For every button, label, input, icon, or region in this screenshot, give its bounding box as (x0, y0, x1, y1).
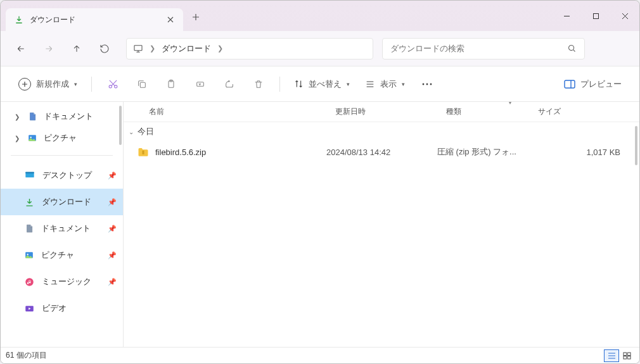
chevron-right-icon[interactable]: ❯ (150, 44, 155, 53)
quick-label: ビデオ (42, 303, 67, 314)
up-button[interactable] (64, 37, 89, 60)
quick-documents[interactable]: ドキュメント 📌 (1, 215, 123, 242)
svg-point-4 (114, 85, 117, 88)
maximize-button[interactable] (581, 3, 610, 28)
pin-icon: 📌 (108, 225, 117, 233)
breadcrumb-seg[interactable]: ダウンロード (162, 43, 211, 54)
file-row[interactable]: filebird.5.6.zip 2024/08/13 14:42 圧縮 (zi… (124, 141, 639, 163)
chevron-down-icon: ▾ (347, 81, 350, 87)
new-label: 新規作成 (36, 78, 69, 90)
download-icon (25, 198, 34, 207)
details-view-button[interactable] (604, 349, 619, 362)
cut-button[interactable] (99, 73, 126, 96)
more-button[interactable] (414, 73, 440, 96)
back-button[interactable] (8, 37, 34, 60)
sidebar: ❯ ドキュメント ❯ ピクチャ デスクトップ 📌 ダウンロード 📌 ドキュメント… (1, 102, 124, 347)
status-bar: 61 個の項目 (1, 347, 639, 363)
sidebar-scrollbar[interactable] (119, 106, 122, 145)
quick-downloads[interactable]: ダウンロード 📌 (1, 189, 123, 215)
view-label: 表示 (380, 78, 397, 90)
download-icon (15, 15, 23, 24)
copy-button[interactable] (129, 73, 155, 96)
pictures-icon (25, 251, 34, 260)
new-tab-button[interactable] (183, 13, 208, 21)
tree-label: ピクチャ (44, 133, 77, 144)
chevron-down-icon: ▾ (74, 81, 77, 87)
pin-icon: 📌 (108, 172, 117, 180)
svg-point-14 (30, 137, 32, 138)
plus-circle-icon (18, 78, 31, 91)
delete-button[interactable] (245, 73, 272, 96)
sort-button[interactable]: 並べ替え ▾ (288, 73, 356, 96)
separator (11, 155, 113, 156)
svg-rect-24 (624, 356, 627, 359)
forward-button[interactable] (36, 37, 61, 60)
column-headers: 名前 更新日時 ▾ 種類 サイズ (124, 102, 639, 122)
svg-rect-1 (134, 45, 142, 50)
group-label: 今日 (138, 127, 154, 137)
separator (279, 77, 280, 92)
preview-label: プレビュー (580, 78, 622, 90)
svg-point-10 (426, 83, 428, 85)
main-scrollbar[interactable] (635, 126, 637, 165)
tab-close-button[interactable] (164, 13, 177, 26)
col-date[interactable]: 更新日時 (326, 106, 437, 117)
quick-music[interactable]: ミュージック 📌 (1, 268, 123, 295)
quick-label: ミュージック (42, 277, 91, 287)
chevron-right-icon: ❯ (15, 113, 21, 120)
tab[interactable]: ダウンロード (6, 8, 183, 31)
search-icon[interactable] (567, 44, 577, 53)
new-button[interactable]: 新規作成 ▾ (12, 73, 84, 96)
sort-icon (294, 79, 304, 89)
col-size[interactable]: サイズ (529, 106, 639, 117)
chevron-right-icon[interactable]: ❯ (217, 44, 223, 53)
col-type[interactable]: 種類 (437, 106, 529, 117)
chevron-down-icon: ⌄ (129, 129, 134, 135)
pin-icon: 📌 (108, 198, 117, 206)
zip-folder-icon (138, 147, 149, 157)
toolbar: 新規作成 ▾ 並べ替え ▾ 表示 ▾ プレビュー (1, 66, 639, 102)
document-icon (27, 112, 37, 121)
file-type: 圧縮 (zip 形式) フォ... (437, 146, 529, 158)
thumbnails-view-button[interactable] (619, 349, 634, 362)
refresh-button[interactable] (92, 37, 117, 60)
col-name[interactable]: 名前 (124, 106, 326, 117)
quick-desktop[interactable]: デスクトップ 📌 (1, 162, 123, 189)
search-box[interactable] (382, 38, 585, 60)
search-input[interactable] (390, 44, 567, 53)
desktop-icon (25, 170, 35, 180)
tree-item-pictures[interactable]: ❯ ピクチャ (1, 127, 123, 149)
view-button[interactable]: 表示 ▾ (359, 73, 411, 96)
quick-label: ダウンロード (42, 197, 91, 208)
main-area: 名前 更新日時 ▾ 種類 サイズ ⌄ 今日 filebird.5.6.zip 2… (124, 102, 639, 347)
chevron-right-icon: ❯ (15, 135, 21, 142)
svg-rect-23 (627, 353, 630, 356)
svg-rect-5 (140, 82, 145, 87)
minimize-button[interactable] (552, 3, 581, 28)
share-button[interactable] (216, 73, 243, 96)
quick-pictures[interactable]: ピクチャ 📌 (1, 242, 123, 268)
rename-button[interactable] (187, 73, 214, 96)
close-button[interactable] (610, 3, 639, 28)
sort-indicator-icon: ▾ (509, 102, 511, 106)
body: ❯ ドキュメント ❯ ピクチャ デスクトップ 📌 ダウンロード 📌 ドキュメント… (1, 102, 639, 347)
group-header[interactable]: ⌄ 今日 (124, 122, 639, 141)
quick-label: ドキュメント (41, 223, 91, 234)
music-icon (25, 277, 34, 287)
svg-point-18 (27, 254, 29, 255)
svg-rect-25 (627, 356, 630, 359)
pictures-icon (27, 134, 37, 142)
preview-button[interactable]: プレビュー (558, 73, 628, 96)
quick-label: デスクトップ (42, 170, 92, 181)
quick-video[interactable]: ビデオ (1, 295, 123, 322)
file-name: filebird.5.6.zip (155, 147, 206, 157)
preview-pane-icon (564, 80, 575, 89)
svg-point-3 (109, 85, 112, 88)
titlebar: ダウンロード (1, 1, 639, 31)
svg-rect-12 (565, 80, 575, 88)
video-icon (25, 304, 34, 313)
paste-button[interactable] (158, 73, 184, 96)
address-bar[interactable]: ❯ ダウンロード ❯ (126, 38, 373, 60)
window-controls (552, 3, 639, 28)
tree-item-documents[interactable]: ❯ ドキュメント (1, 106, 123, 127)
